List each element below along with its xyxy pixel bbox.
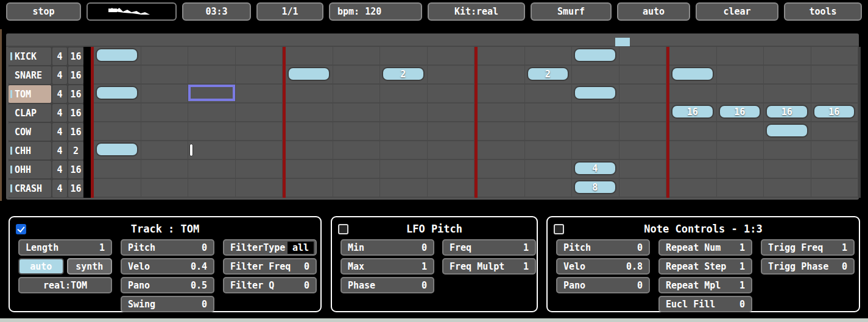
step-cell[interactable] (572, 85, 619, 103)
step-cell[interactable] (333, 47, 381, 66)
step-cell[interactable] (669, 66, 717, 85)
step-cell[interactable] (236, 103, 283, 122)
step-cell[interactable] (286, 122, 333, 141)
repeat-mpl-field[interactable]: Repeat Mpl1 (658, 277, 752, 293)
step-cell[interactable] (428, 103, 475, 122)
step-cell[interactable] (236, 47, 283, 66)
note-pill[interactable]: 16 (813, 105, 856, 119)
step-cell[interactable]: 4 (572, 160, 619, 179)
synth-mode-button[interactable]: synth (67, 258, 113, 275)
step-cell[interactable] (717, 122, 764, 141)
step-cell[interactable] (380, 179, 428, 198)
length-field[interactable]: Length 1 (18, 239, 112, 256)
step-cell[interactable] (94, 85, 141, 103)
step-cell[interactable] (236, 85, 283, 103)
step-cell[interactable] (811, 47, 859, 66)
step-cell[interactable] (141, 160, 189, 179)
step-cell[interactable] (811, 141, 859, 160)
step-cell[interactable] (380, 141, 428, 160)
step-cell[interactable] (717, 160, 764, 179)
step-cell[interactable] (669, 47, 717, 66)
step-cell[interactable] (525, 47, 573, 66)
step-cell[interactable] (478, 141, 525, 160)
note-pill[interactable] (574, 48, 616, 62)
step-cell[interactable] (764, 141, 811, 160)
note-pill[interactable]: 2 (527, 67, 570, 81)
phase-field[interactable]: Phase0 (340, 277, 434, 293)
step-cell[interactable] (94, 66, 141, 85)
step-cell[interactable] (236, 160, 283, 179)
step-cell[interactable] (94, 122, 141, 141)
note-pill[interactable]: 4 (574, 161, 616, 175)
step-cell[interactable] (811, 66, 859, 85)
step-cell[interactable] (717, 179, 764, 198)
step-cell[interactable] (380, 122, 428, 141)
step-cell[interactable] (380, 160, 428, 179)
eucl-fill-field[interactable]: Eucl Fill0 (658, 296, 752, 312)
track-steps-value[interactable]: 16 (68, 123, 83, 141)
step-cell[interactable] (669, 85, 717, 103)
step-cell[interactable] (94, 141, 141, 160)
note-pill[interactable] (96, 142, 138, 156)
filter-type-field[interactable]: FilterType all (223, 239, 317, 256)
step-cell[interactable] (811, 160, 859, 179)
repeat-step-field[interactable]: Repeat Step1 (658, 258, 752, 275)
track-beats-value[interactable]: 4 (52, 161, 67, 178)
max-field[interactable]: Max1 (340, 258, 434, 275)
step-cell[interactable] (428, 85, 475, 103)
step-cell[interactable] (286, 179, 333, 198)
step-cell[interactable] (188, 47, 236, 66)
track-enable-checkbox[interactable] (16, 224, 26, 234)
step-cell[interactable] (428, 47, 475, 66)
step-cell[interactable] (188, 85, 236, 103)
step-cell[interactable] (764, 179, 811, 198)
filter-q-field[interactable]: Filter Q0 (223, 277, 317, 293)
note-pill[interactable] (288, 67, 330, 81)
step-cell[interactable] (236, 179, 283, 198)
step-cell[interactable] (141, 103, 189, 122)
min-field[interactable]: Min0 (340, 239, 434, 256)
note-pill[interactable]: 8 (574, 180, 616, 194)
step-cell[interactable] (188, 179, 236, 198)
track-label-kick[interactable]: KICK (9, 47, 51, 65)
swing-field[interactable]: Swing0 (121, 296, 214, 312)
kit-button[interactable]: Kit:real (428, 2, 525, 21)
step-cell[interactable] (333, 122, 381, 141)
step-cell[interactable] (525, 122, 573, 141)
step-cell[interactable]: 16 (764, 103, 811, 122)
step-cell[interactable]: 2 (525, 66, 573, 85)
step-cell[interactable] (619, 122, 667, 141)
step-cell[interactable] (188, 103, 236, 122)
step-cell[interactable] (286, 103, 333, 122)
step-cell[interactable] (478, 122, 525, 141)
step-cell[interactable] (572, 103, 619, 122)
track-steps-value[interactable]: 16 (68, 66, 83, 84)
step-cell[interactable] (94, 103, 141, 122)
step-cell[interactable] (333, 103, 381, 122)
trigg-freq-field[interactable]: Trigg Freq1 (761, 239, 855, 256)
pattern-page-display[interactable]: 1/1 (256, 2, 323, 21)
step-cell[interactable] (478, 85, 525, 103)
step-cell[interactable] (525, 85, 573, 103)
track-label-crash[interactable]: CRASH (9, 180, 51, 197)
step-cell[interactable] (669, 122, 717, 141)
step-cell[interactable] (188, 66, 236, 85)
track-beats-value[interactable]: 4 (52, 66, 67, 84)
step-cell[interactable] (572, 122, 619, 141)
step-cell[interactable] (94, 160, 141, 179)
trigg-phase-field[interactable]: Trigg Phase0 (761, 258, 855, 275)
track-label-ohh[interactable]: OHH (9, 161, 51, 178)
step-cell[interactable] (478, 103, 525, 122)
track-beats-value[interactable]: 4 (52, 123, 67, 141)
track-steps-value[interactable]: 16 (68, 47, 83, 65)
step-cell[interactable] (811, 122, 859, 141)
step-cell[interactable]: 8 (572, 179, 619, 198)
step-cell[interactable] (572, 47, 619, 66)
step-cell[interactable] (717, 66, 764, 85)
track-beats-value[interactable]: 4 (52, 142, 67, 159)
step-cell[interactable] (619, 179, 667, 198)
track-label-cow[interactable]: COW (9, 123, 51, 141)
velo-field[interactable]: Velo0.4 (121, 258, 214, 275)
track-beats-value[interactable]: 4 (52, 47, 67, 65)
track-steps-value[interactable]: 16 (68, 104, 83, 122)
